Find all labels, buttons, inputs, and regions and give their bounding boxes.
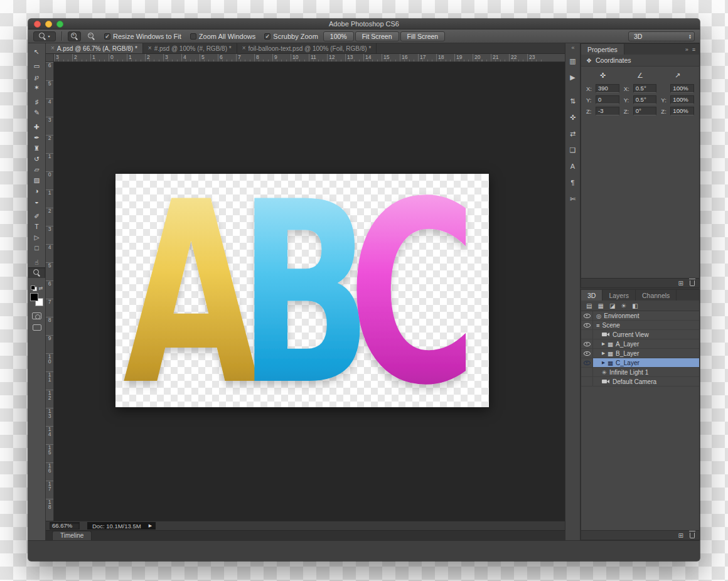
type-tool[interactable]: T (28, 221, 45, 232)
default-colors-icon[interactable] (31, 285, 37, 291)
document-tab-3[interactable]: ×foil-balloon-text.psd @ 100% (Foil, RGB… (237, 43, 377, 53)
coordinate-field[interactable]: 0 (596, 95, 619, 104)
crop-tool[interactable]: ♯ (28, 96, 45, 107)
gradient-tool[interactable]: ▨ (28, 174, 45, 185)
document-tab-2[interactable]: ×#.psd @ 100% (#, RGB/8) * (143, 43, 237, 53)
lasso-tool[interactable]: ℘ (28, 71, 45, 82)
panel-menu-icon[interactable]: ≡ (692, 46, 695, 53)
rectangular-marquee-tool[interactable]: ▭ (28, 60, 45, 71)
button-fill-screen[interactable]: Fill Screen (400, 31, 446, 41)
quick-selection-tool[interactable]: ✶ (28, 82, 45, 92)
panel-tab-channels[interactable]: Channels (636, 290, 677, 301)
document-image[interactable]: A B C (115, 174, 489, 407)
filter-lights-icon[interactable]: ☀ (621, 302, 626, 309)
close-tab-icon[interactable]: × (242, 45, 246, 51)
path-selection-tool[interactable]: ▷ (28, 232, 45, 242)
play-icon[interactable]: ▶ (565, 69, 580, 85)
eraser-tool[interactable]: ▱ (28, 164, 45, 174)
collapse-dock-chevron-icon[interactable]: « (571, 45, 574, 53)
zoom-window-button[interactable] (56, 21, 63, 28)
brush-tool[interactable]: ✒ (28, 132, 45, 142)
grid-icon[interactable]: ▥ (565, 53, 580, 69)
zoom-in-button[interactable]: + (68, 31, 81, 41)
delete-icon[interactable] (690, 279, 695, 287)
panel-tab-layers[interactable]: Layers (602, 290, 636, 301)
live-update-icon[interactable]: ⊞ (678, 280, 683, 287)
history-brush-tool[interactable]: ↺ (28, 153, 45, 164)
delete-icon[interactable] (690, 531, 695, 540)
visibility-cell[interactable] (581, 311, 593, 320)
swap-colors-icon[interactable]: ⇄ (39, 285, 43, 291)
zoom-level-field[interactable]: 66.67% (50, 522, 80, 530)
paragraph-panel-icon[interactable]: ¶ (565, 174, 580, 191)
scene-item-b-layer[interactable]: ▶▦B_Layer (581, 349, 699, 358)
rectangle-tool[interactable]: □ (28, 242, 45, 253)
close-tab-icon[interactable]: × (148, 45, 152, 51)
clone-stamp-tool[interactable]: ♜ (28, 142, 45, 153)
scene-item-current-view[interactable]: Current View (581, 330, 699, 339)
visibility-cell[interactable] (581, 339, 593, 348)
coordinate-field[interactable]: -3 (596, 107, 619, 115)
swap-arrows-icon[interactable]: ⇄ (565, 125, 580, 142)
filter-views-icon[interactable]: ◧ (632, 302, 638, 309)
properties-tab[interactable]: Properties (581, 44, 624, 55)
checkbox-zoom-all-windows[interactable]: Zoom All Windows (190, 33, 255, 40)
zoom-tool-preset[interactable]: ▾ (33, 31, 56, 41)
quick-mask-button[interactable] (32, 312, 41, 319)
zoom-out-button[interactable]: − (85, 31, 98, 41)
titlebar[interactable]: Adobe Photoshop CS6 (28, 19, 700, 29)
scene-item-infinite-light-1[interactable]: ✳Infinite Light 1 (581, 368, 699, 377)
visibility-cell[interactable] (581, 368, 593, 376)
layers-stack-icon[interactable]: ❏ (565, 142, 580, 158)
checkbox-scrubby-zoom[interactable]: ✓Scrubby Zoom (264, 33, 318, 40)
spot-healing-brush-tool[interactable]: ✚ (28, 121, 45, 132)
coordinate-field[interactable]: 0° (633, 107, 657, 115)
coordinate-field[interactable]: 100% (670, 107, 694, 115)
filter-meshes-icon[interactable]: ▦ (597, 302, 603, 309)
workspace-switcher[interactable]: 3D ▲▼ (628, 31, 695, 41)
zoom-tool[interactable] (28, 267, 45, 278)
vertical-arrows-icon[interactable]: ⇅ (565, 93, 580, 109)
disclosure-triangle-icon[interactable]: ▶ (602, 351, 605, 356)
minimize-window-button[interactable] (45, 21, 52, 28)
new-item-icon[interactable]: ⊞ (678, 532, 683, 539)
visibility-cell[interactable] (581, 321, 593, 329)
move-axes-icon[interactable]: ✜ (565, 109, 580, 125)
coordinate-field[interactable]: 0.5° (633, 84, 657, 93)
disclosure-triangle-icon[interactable]: ▶ (602, 341, 605, 346)
panel-tab-3d[interactable]: 3D (581, 290, 602, 301)
coordinate-field[interactable]: 100% (670, 95, 694, 104)
collapse-panel-chevron-icon[interactable]: » (685, 46, 688, 53)
scene-item-environment[interactable]: ◎Environment (581, 311, 699, 321)
foreground-color-swatch[interactable] (30, 293, 38, 301)
eyedropper-tool[interactable]: ✎ (28, 107, 45, 117)
character-panel-icon[interactable]: A (565, 158, 580, 174)
move-tool[interactable]: ↖ (28, 46, 45, 56)
coordinate-field[interactable]: 100% (670, 84, 694, 93)
document-tab-1[interactable]: ×A.psd @ 66.7% (A, RGB/8) * (46, 43, 143, 53)
coordinate-field[interactable]: 0.5° (633, 95, 657, 104)
close-tab-icon[interactable]: × (51, 45, 55, 51)
button-100[interactable]: 100% (323, 31, 354, 41)
hand-tool[interactable]: ☝ (28, 257, 45, 267)
filter-materials-icon[interactable]: ◪ (609, 302, 615, 309)
checkbox-resize-windows-to-fit[interactable]: ✓Resize Windows to Fit (104, 33, 181, 40)
status-menu-arrow-icon[interactable]: ▶ (149, 523, 152, 528)
close-window-button[interactable] (34, 21, 41, 28)
dodge-tool[interactable]: ◒ (28, 196, 45, 206)
disclosure-triangle-icon[interactable]: ▶ (602, 360, 605, 365)
canvas[interactable]: A B C (54, 62, 565, 521)
doc-size-indicator[interactable]: Doc: 10.1M/13.5M ▶ (87, 522, 156, 530)
scene-item-scene[interactable]: ≡Scene (581, 321, 699, 330)
scissors-icon[interactable]: ✄ (565, 191, 580, 207)
timeline-tab[interactable]: Timeline (52, 531, 92, 540)
screen-mode-button[interactable] (33, 324, 41, 331)
coordinate-field[interactable]: 390 (596, 84, 619, 93)
scene-item-default-camera[interactable]: Default Camera (581, 377, 699, 386)
blur-tool[interactable]: ◑ (28, 185, 45, 196)
filter-scene-icon[interactable]: ▤ (586, 302, 592, 309)
scene-item-a-layer[interactable]: ▶▦A_Layer (581, 339, 699, 349)
visibility-cell[interactable] (581, 349, 593, 358)
visibility-cell[interactable] (581, 377, 593, 386)
coordinates-tab[interactable]: ❖ Coordinates (581, 55, 699, 67)
